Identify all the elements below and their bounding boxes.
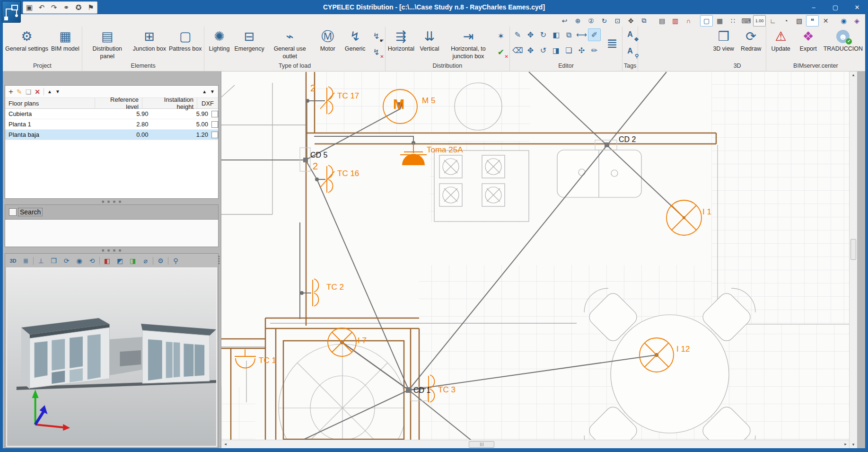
find-icon[interactable]: ⚭	[60, 2, 72, 13]
measure-icon[interactable]: ⟷	[575, 28, 588, 41]
column-reference-level[interactable]: Reference level	[95, 98, 142, 108]
layers-3d-icon[interactable]: ≣	[20, 256, 31, 266]
screen-capture-icon[interactable]: ⧉	[638, 15, 650, 27]
snap-magnet-icon[interactable]: ∩	[682, 15, 695, 27]
lighting-button[interactable]: ✺ Lighting	[206, 27, 232, 53]
object-snap-icon[interactable]: ∷	[727, 15, 739, 27]
view-3d-icon[interactable]: 3D	[8, 256, 18, 266]
toma-25a-symbol[interactable]	[400, 143, 427, 165]
label-toma-25a[interactable]: Toma 25A	[427, 146, 463, 154]
label-cd5[interactable]: CD 5	[310, 151, 327, 159]
wand-button[interactable]: ✶	[495, 30, 507, 42]
search-results-area[interactable]	[5, 219, 218, 247]
cancel-tool-icon[interactable]: ✕	[819, 15, 832, 27]
keyboard-entry-icon[interactable]: ⌨	[740, 15, 753, 27]
redraw-view-icon[interactable]: ↻	[598, 15, 611, 27]
label-tc1[interactable]: TC 1	[259, 356, 276, 364]
scale-icon[interactable]: ✣	[575, 44, 588, 57]
column-floor-plans[interactable]: Floor plans	[5, 98, 95, 108]
cube-view-icon[interactable]: ❒	[48, 256, 59, 266]
move-down-icon[interactable]: ▼	[55, 89, 60, 94]
panel-splitter[interactable]: ■ ■ ■ ■	[3, 248, 221, 253]
label-cd2[interactable]: CD 2	[619, 136, 636, 143]
label-i7[interactable]: I 7	[358, 337, 367, 345]
search-checkbox[interactable]	[9, 208, 17, 216]
dxf-checkbox[interactable]	[211, 132, 218, 138]
cd2-panel-node[interactable]	[605, 142, 609, 147]
label-tc2[interactable]: TC 2	[326, 283, 344, 291]
dxf-checkbox[interactable]	[211, 121, 218, 128]
rotate-icon[interactable]: ↻	[537, 28, 550, 41]
vertical-scroll-thumb[interactable]	[850, 239, 856, 260]
select-region-icon[interactable]: ▧	[793, 15, 806, 27]
validate-button[interactable]: ✔ ✕	[495, 46, 507, 58]
turntable-icon[interactable]: ⟲	[87, 256, 97, 266]
table-row-cubierta[interactable]: Cubierta 5.90 5.90	[5, 109, 218, 119]
section-vertical-icon[interactable]: ◧	[102, 256, 113, 266]
dimension-entry-icon[interactable]: 1.00	[753, 15, 766, 27]
drawing-canvas[interactable]: 2 TC 17 M 5 CD 2 CD 5 2 TC 16 Toma 25A I…	[221, 71, 850, 448]
print-icon[interactable]: ✪	[72, 2, 85, 13]
update-button[interactable]: ⚠ Update	[768, 27, 794, 53]
scroll-left-icon[interactable]: ◂	[221, 440, 229, 448]
column-dxf[interactable]: DXF	[197, 98, 218, 108]
tc1-socket-symbol[interactable]	[235, 349, 256, 368]
zoom-window-icon[interactable]: ⊡	[611, 15, 624, 27]
zoom-extents-icon[interactable]: ⊕	[571, 15, 584, 27]
delete-icon[interactable]: ✕	[35, 89, 40, 95]
app-icon[interactable]	[2, 1, 21, 23]
column-installation-height[interactable]: Installation height	[142, 98, 197, 108]
label-tc16[interactable]: TC 16	[337, 169, 359, 177]
horizontal-scrollbar[interactable]: ◂ ▸	[221, 440, 850, 448]
tc2-socket-symbol[interactable]	[313, 279, 319, 306]
section-box-icon[interactable]: ◨	[127, 256, 138, 266]
redo-icon[interactable]: ↷	[48, 2, 60, 13]
export-button[interactable]: ❖ Export	[795, 27, 822, 53]
preview-3d-viewport[interactable]	[6, 267, 217, 447]
i1-luminaire-symbol[interactable]	[666, 200, 701, 235]
close-button[interactable]: ✕	[846, 0, 868, 14]
table-row-planta-baja[interactable]: Planta baja 0.00 1.20	[5, 130, 218, 140]
label-cd1[interactable]: CD 1	[413, 387, 430, 394]
mirror-icon[interactable]: ◧	[550, 28, 562, 41]
motor-button[interactable]: Ⓜ Motor	[315, 27, 341, 53]
general-settings-button[interactable]: ⚙ General settings	[4, 27, 49, 53]
label-motor-m[interactable]: M	[393, 97, 404, 111]
copy-icon[interactable]: ❏	[26, 89, 32, 95]
dxf-checkbox[interactable]	[211, 111, 218, 117]
sidebar-splitter[interactable]: ••••	[218, 256, 220, 275]
search-tag-button[interactable]: A ⚲	[624, 45, 636, 57]
zoom-3d-icon[interactable]: ⚲	[170, 256, 181, 266]
vertical-scrollbar[interactable]: ▴ ▾	[849, 71, 857, 448]
generic-load-button[interactable]: ↯ Generic	[342, 27, 368, 53]
orbit-icon[interactable]: ◉	[74, 256, 85, 266]
horizontal-to-junction-button[interactable]: ⇥ Horizontal, to junction box	[444, 27, 493, 61]
view-3d-button[interactable]: ❒ 3D view	[710, 27, 737, 53]
pattress-box-button[interactable]: ▢ Pattress box	[168, 27, 202, 53]
expand-icon[interactable]: ▼	[210, 89, 215, 94]
copy-icon[interactable]: ❏	[562, 44, 575, 57]
search-label[interactable]: Search	[18, 208, 42, 216]
bim-model-button[interactable]: ▦ BIM model	[50, 27, 80, 53]
rotate-node-icon[interactable]: ↺	[537, 44, 550, 57]
eraser-icon[interactable]: ⌫	[511, 44, 524, 57]
remove-load-button[interactable]: ↯ ✕	[371, 46, 382, 58]
comment-icon[interactable]: ❝	[806, 15, 819, 27]
move-icon[interactable]: ✥	[524, 28, 537, 41]
zoom-previous-icon[interactable]: ↩	[558, 15, 571, 27]
protractor-icon[interactable]: ◔	[780, 15, 792, 27]
horizontal-scroll-thumb[interactable]	[469, 441, 494, 448]
grid-toggle-icon[interactable]: ▦	[713, 15, 726, 27]
settings-3d-icon[interactable]: ⚙	[155, 256, 166, 266]
move-tag-button[interactable]: A ✥	[624, 28, 636, 41]
dxf-layers-icon[interactable]: ▥	[669, 15, 682, 27]
mirror-copy-icon[interactable]: ◨	[550, 44, 562, 57]
axes-icon[interactable]: ⊥	[35, 256, 46, 266]
add-icon[interactable]: +	[9, 88, 13, 96]
pencil-icon[interactable]: ✎	[511, 28, 524, 41]
general-use-outlet-button[interactable]: ⌁ General use outlet	[266, 27, 314, 61]
scroll-right-icon[interactable]: ▸	[842, 440, 850, 448]
layers-icon[interactable]: ≣	[604, 28, 621, 58]
collapse-icon[interactable]: ▲	[202, 89, 207, 94]
label-tc3[interactable]: TC 3	[438, 386, 456, 394]
